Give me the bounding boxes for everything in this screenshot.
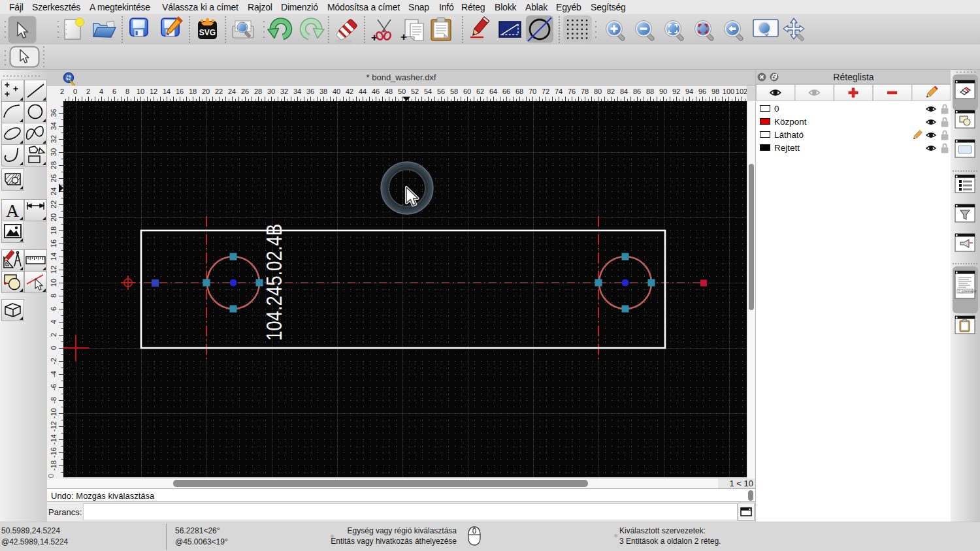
- svg-text:4: 4: [50, 320, 57, 324]
- svg-text:34: 34: [50, 122, 57, 130]
- svg-text:60: 60: [463, 87, 471, 95]
- svg-text:56: 56: [437, 87, 445, 95]
- svg-text:36: 36: [50, 109, 57, 117]
- svg-text:-14: -14: [50, 434, 57, 445]
- svg-text:72: 72: [542, 87, 549, 95]
- svg-text:96: 96: [698, 87, 706, 95]
- svg-text:4: 4: [99, 87, 103, 95]
- svg-text:12: 12: [150, 87, 157, 95]
- svg-text:80: 80: [594, 87, 602, 95]
- svg-text:-10: -10: [50, 408, 57, 418]
- svg-text:46: 46: [372, 87, 380, 95]
- svg-text:6: 6: [112, 87, 116, 95]
- svg-text:68: 68: [515, 87, 523, 95]
- svg-text:34: 34: [293, 87, 301, 95]
- svg-text:2: 2: [50, 333, 57, 337]
- svg-text:28: 28: [254, 87, 262, 95]
- svg-text:22: 22: [50, 200, 57, 208]
- svg-text:20: 20: [202, 87, 210, 95]
- svg-text:84: 84: [620, 87, 628, 95]
- svg-text:14: 14: [163, 87, 171, 95]
- svg-text:16: 16: [50, 240, 57, 247]
- svg-text:30: 30: [267, 87, 275, 95]
- svg-text:SVG: SVG: [199, 28, 216, 37]
- svg-text:70: 70: [529, 87, 536, 95]
- svg-text:-18: -18: [50, 460, 57, 471]
- svg-text:-4: -4: [50, 371, 57, 377]
- svg-text:26: 26: [50, 174, 57, 182]
- svg-text:42: 42: [346, 87, 353, 95]
- svg-text:36: 36: [306, 87, 314, 95]
- svg-text:90: 90: [659, 87, 667, 95]
- svg-text:86: 86: [633, 87, 641, 95]
- svg-text:2: 2: [86, 87, 90, 95]
- svg-text:100: 100: [723, 87, 734, 95]
- svg-text:6: 6: [50, 307, 57, 311]
- svg-text:-2: -2: [50, 358, 57, 364]
- svg-text:104.245.02.4B: 104.245.02.4B: [261, 224, 286, 341]
- svg-text:-6: -6: [50, 384, 57, 390]
- svg-text:30: 30: [50, 148, 57, 156]
- svg-text:32: 32: [50, 135, 57, 143]
- svg-text:64: 64: [489, 87, 497, 95]
- svg-text:18: 18: [189, 87, 197, 95]
- svg-text:26: 26: [241, 87, 249, 95]
- svg-text:20: 20: [50, 213, 57, 221]
- svg-text:10: 10: [137, 87, 144, 95]
- svg-text:28: 28: [50, 161, 57, 169]
- svg-text:38: 38: [319, 87, 327, 95]
- svg-text:10: 10: [50, 279, 57, 287]
- svg-text:24: 24: [228, 87, 236, 95]
- svg-text:50: 50: [398, 87, 406, 95]
- svg-text:94: 94: [685, 87, 693, 95]
- svg-text:102: 102: [736, 87, 747, 95]
- svg-text:52: 52: [411, 87, 419, 95]
- svg-text:-12: -12: [50, 421, 57, 432]
- svg-text:92: 92: [672, 87, 680, 95]
- svg-text:48: 48: [385, 87, 393, 95]
- svg-text:82: 82: [607, 87, 615, 95]
- svg-text:0: 0: [50, 346, 57, 350]
- svg-text:12: 12: [50, 266, 57, 274]
- svg-text:88: 88: [646, 87, 654, 95]
- svg-text:-16: -16: [50, 447, 57, 458]
- svg-text:58: 58: [450, 87, 458, 95]
- svg-text:98: 98: [711, 87, 719, 95]
- svg-text:78: 78: [581, 87, 589, 95]
- svg-text:16: 16: [176, 87, 184, 95]
- svg-text:32: 32: [280, 87, 288, 95]
- svg-text:44: 44: [359, 87, 367, 95]
- svg-text:74: 74: [555, 87, 563, 95]
- svg-text:24: 24: [50, 187, 57, 195]
- svg-text:8: 8: [50, 294, 57, 298]
- svg-text:14: 14: [50, 253, 57, 260]
- svg-text:A: A: [6, 200, 20, 221]
- svg-text:76: 76: [568, 87, 576, 95]
- svg-text:c_command: c_command: [958, 289, 976, 293]
- svg-text:22: 22: [215, 87, 223, 95]
- svg-text:0: 0: [73, 87, 77, 95]
- svg-text:2: 2: [60, 87, 64, 95]
- svg-text:40: 40: [333, 87, 340, 95]
- svg-text:8: 8: [125, 87, 129, 95]
- svg-text:54: 54: [424, 87, 432, 95]
- svg-text:62: 62: [476, 87, 484, 95]
- svg-text:66: 66: [502, 87, 510, 95]
- svg-text:18: 18: [50, 227, 57, 234]
- svg-text:-8: -8: [50, 397, 57, 403]
